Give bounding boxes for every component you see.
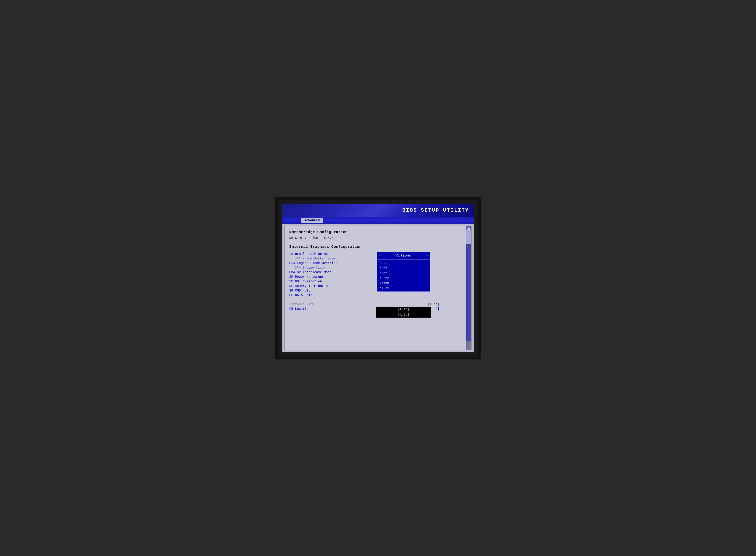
main-content: NorthBridge Configuration NB CIMx Versio… (282, 224, 474, 352)
black-bar: [Auto] [Auto] (376, 307, 431, 318)
option-32mb[interactable]: 32MB (380, 266, 428, 271)
menu-item-fb-location[interactable]: FB Location (289, 307, 310, 311)
header-bar: BIOS SETUP UTILITY (282, 204, 474, 217)
tab-bar: Advanced (282, 217, 474, 224)
menu-area: Internal Graphics Mode UMA Frame Buffer … (289, 252, 467, 298)
option-256mb[interactable]: 256MB (380, 280, 428, 285)
scrollbar-thumb[interactable] (466, 231, 471, 244)
options-list: Auto 32MB 64MB 128MB 256MB 512MB (377, 259, 430, 291)
header-dash-left: — (379, 254, 381, 257)
scrollbar[interactable] (466, 226, 471, 350)
value-surround-view: [Auto] (428, 302, 439, 307)
monitor-bezel: BIOS SETUP UTILITY Advanced NorthBridge … (275, 197, 481, 359)
options-title: Options (396, 254, 411, 257)
black-bar-auto-1: [Auto] (376, 307, 431, 312)
northbridge-title: NorthBridge Configuration (289, 230, 467, 234)
black-bar-auto-2: [Auto] (376, 312, 431, 318)
header-dash-right: — (426, 254, 428, 257)
scrollbar-arrow-up[interactable] (467, 227, 470, 230)
nb-cimx-version: NB CIMx Version : 5.8.0 (289, 236, 467, 240)
bios-title: BIOS SETUP UTILITY (402, 208, 469, 213)
options-popup: — Options — Auto 32MB 64MB 128MB 256MB 5… (376, 252, 431, 292)
scrollbar-track (466, 231, 471, 350)
content-panel: NorthBridge Configuration NB CIMx Versio… (284, 226, 472, 350)
scrollbar-thumb-bottom (466, 341, 471, 350)
options-header: — Options — (377, 252, 430, 259)
menu-item-surround-view[interactable]: Surround View (289, 302, 314, 307)
tab-advanced[interactable]: Advanced (301, 218, 323, 223)
divider (289, 242, 467, 242)
option-128mb[interactable]: 128MB (380, 276, 428, 280)
option-512mb[interactable]: 512MB (380, 285, 428, 290)
internal-graphics-title: Internal Graphics Configuration (289, 245, 467, 249)
menu-item-sp-data-hold[interactable]: SP DATA Hold (289, 293, 467, 298)
option-auto[interactable]: Auto (380, 260, 428, 266)
bios-screen: BIOS SETUP UTILITY Advanced NorthBridge … (282, 204, 474, 352)
option-64mb[interactable]: 64MB (380, 271, 428, 276)
